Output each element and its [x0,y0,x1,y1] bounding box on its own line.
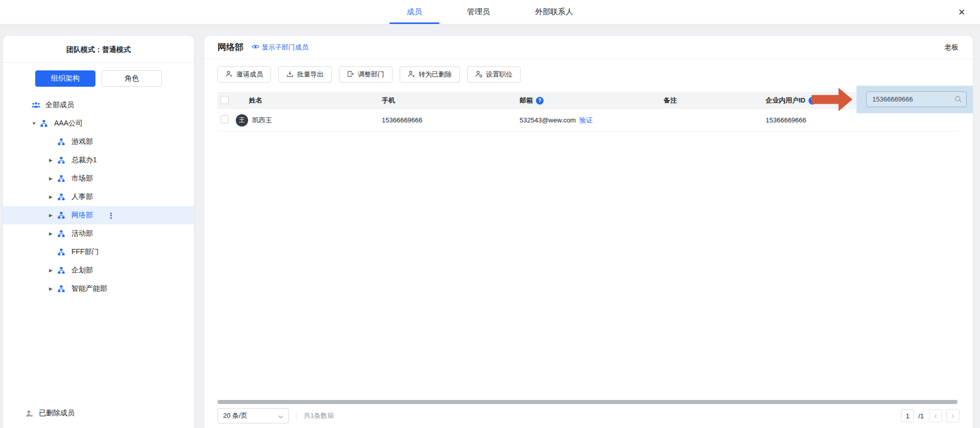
department-tree: 全部成员 ▼ AAA公司 ▶ 游戏部 ▶ 总裁办1 ▶ 市场部 ▶ [3,92,194,298]
help-icon[interactable]: ? [536,97,544,105]
tree-item-label: FFF部门 [71,247,99,257]
horizontal-scrollbar[interactable] [217,400,958,404]
caret-right-icon[interactable]: ▶ [49,158,58,163]
deleted-members-label: 已删除成员 [39,409,75,418]
deleted-person-icon [26,410,35,417]
tree-item-label: 总裁办1 [71,156,97,165]
col-note: 备注 [664,96,766,105]
caret-right-icon[interactable]: ▶ [49,268,58,273]
batch-export-button[interactable]: 批量导出 [278,66,332,83]
caret-right-icon[interactable]: ▶ [49,231,58,236]
department-title: 网络部 [217,41,243,53]
org-icon [58,267,67,274]
sidebar: 团队模式：普通模式 组织架构 角色 全部成员 ▼ AAA公司 ▶ 游戏部 ▶ [3,36,194,428]
total-count: 共1条数据 [304,411,334,420]
org-icon [58,193,67,200]
org-icon [40,120,50,127]
move-to-deleted-button[interactable]: 转为已删除 [400,66,460,83]
tree-item-dept[interactable]: ▶ 游戏部 [3,133,194,151]
person-role-icon [475,70,482,79]
boss-link[interactable]: 老板 [944,43,959,52]
search-highlight-region [856,86,973,113]
org-icon [58,175,67,182]
tab-group: 成员 管理员 外部联系人 [391,0,589,24]
col-name: 姓名 [236,96,382,105]
col-phone: 手机 [382,96,520,105]
member-search-input[interactable] [867,92,966,107]
set-position-button[interactable]: 设置职位 [467,66,521,83]
search-icon[interactable] [954,95,962,105]
avatar: 王 [236,114,248,127]
tab-external-contacts[interactable]: 外部联系人 [520,0,589,24]
org-icon [58,212,67,219]
caret-right-icon[interactable]: ▶ [49,213,58,218]
tree-item-label: 人事部 [71,192,93,202]
person-remove-icon [408,70,415,79]
more-menu-icon[interactable]: ⋮ [107,212,115,219]
org-icon [58,230,67,237]
tree-item-dept[interactable]: ▶ 活动部 [3,224,194,243]
caret-right-icon[interactable]: ▶ [49,286,58,291]
member-name-cell: 王 凯西王 [236,114,382,127]
row-checkbox-cell [217,115,236,125]
tree-item-dept[interactable]: ▶ 总裁办1 [3,151,194,169]
select-all-checkbox[interactable] [220,96,229,104]
tree-item-label: 全部成员 [45,100,74,110]
org-icon [58,285,67,292]
row-checkbox[interactable] [220,115,229,123]
total-pages-label: /1 [918,412,924,420]
tree-item-label: 智能产能部 [71,284,107,293]
tree-item-company[interactable]: ▼ AAA公司 [3,114,194,133]
caret-down-icon[interactable]: ▼ [32,121,40,126]
member-user-id: 15366669666 [766,116,939,124]
tree-item-label: 活动部 [71,229,93,238]
tab-members[interactable]: 成员 [391,0,437,24]
prev-page-icon[interactable]: ‹ [929,409,942,422]
tree-item-label: AAA公司 [54,119,83,128]
member-toolbar: 邀请成员 批量导出 调整部门 转为已删除 设置职位 [204,59,973,89]
tree-item-dept[interactable]: ▶ 市场部 [3,169,194,188]
caret-right-icon[interactable]: ▶ [49,194,58,199]
close-icon[interactable]: ✕ [951,0,972,24]
footer-separator [296,412,297,420]
tree-item-dept[interactable]: ▶ 人事部 [3,188,194,206]
tree-item-label: 市场部 [71,174,93,183]
org-icon [58,248,67,256]
org-icon [58,138,67,145]
main-panel: 网络部 显示子部门成员 老板 邀请成员 批量导出 调整部门 转为已删除 [204,36,973,428]
chevron-down-icon [278,412,283,420]
tree-item-label: 游戏部 [71,137,93,146]
table-row[interactable]: 王 凯西王 15366669666 532543@wew.com 验证 1536… [217,109,960,132]
top-tab-bar: 成员 管理员 外部联系人 ✕ [0,0,980,24]
member-name: 凯西王 [252,116,272,125]
verify-link[interactable]: 验证 [579,116,593,125]
page-size-select[interactable]: 20 条/页 [217,408,289,423]
tree-item-label: 网络部 [71,211,93,220]
tab-admins[interactable]: 管理员 [452,0,505,24]
tree-item-dept[interactable]: ▶ 智能产能部 [3,280,194,298]
caret-right-icon[interactable]: ▶ [49,176,58,181]
show-sub-label: 显示子部门成员 [262,43,308,52]
tree-item-all-members[interactable]: 全部成员 [3,96,194,114]
page-size-value: 20 条/页 [223,411,248,420]
eye-icon [252,43,259,51]
transfer-icon [347,70,354,79]
next-page-icon[interactable]: › [946,409,960,422]
tree-item-dept-selected[interactable]: ▶ 网络部 ⋮ [3,206,194,224]
team-mode-title: 团队模式：普通模式 [3,36,194,62]
deleted-members-item[interactable]: 已删除成员 [3,404,194,422]
group-icon [32,102,41,108]
roles-button[interactable]: 角色 [102,70,162,87]
header-checkbox-cell [217,96,236,106]
current-page-box[interactable]: 1 [901,409,914,422]
table-footer: 20 条/页 共1条数据 1 /1 ‹ › [217,407,960,424]
tree-item-dept[interactable]: ▶ 企划部 [3,261,194,280]
adjust-department-button[interactable]: 调整部门 [339,66,393,83]
invite-member-button[interactable]: 邀请成员 [217,66,271,83]
show-sub-department-link[interactable]: 显示子部门成员 [252,43,308,52]
department-header: 网络部 显示子部门成员 老板 [204,36,973,59]
tree-item-label: 企划部 [71,266,93,275]
col-email: 邮箱 ? [520,96,664,105]
org-structure-button[interactable]: 组织架构 [35,70,95,87]
tree-item-dept[interactable]: ▶ FFF部门 [3,243,194,261]
